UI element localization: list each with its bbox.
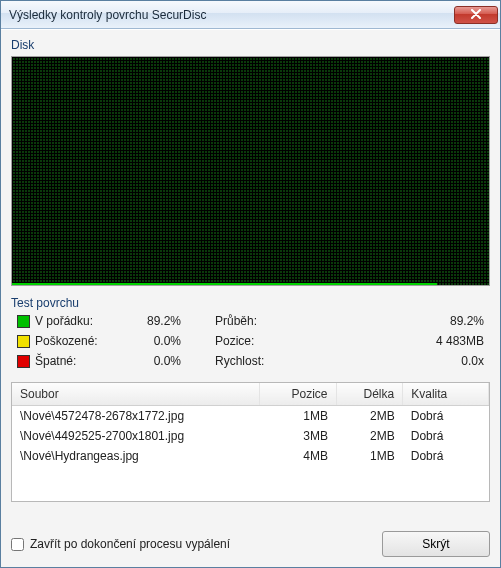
close-after-burn-label: Zavřít po dokončení procesu vypálení bbox=[30, 537, 230, 551]
disk-surface-map bbox=[11, 56, 490, 286]
table-row[interactable]: \Nové\4572478-2678x1772.jpg 1MB 2MB Dobr… bbox=[12, 406, 489, 427]
swatch-bad-icon bbox=[17, 355, 30, 368]
col-pos[interactable]: Pozice bbox=[260, 383, 336, 406]
ok-value: 89.2% bbox=[125, 314, 185, 328]
cell-pos: 1MB bbox=[260, 406, 336, 427]
table-row[interactable]: \Nové\Hydrangeas.jpg 4MB 1MB Dobrá bbox=[12, 446, 489, 466]
progress-value: 89.2% bbox=[295, 314, 490, 328]
surface-test-title: Test povrchu bbox=[11, 296, 490, 310]
footer: Zavřít po dokončení procesu vypálení Skr… bbox=[11, 521, 490, 557]
ok-label: V pořádku: bbox=[35, 314, 125, 328]
cell-len: 1MB bbox=[336, 446, 403, 466]
surface-grid bbox=[12, 57, 489, 285]
col-len[interactable]: Délka bbox=[336, 383, 403, 406]
table-header-row[interactable]: Soubor Pozice Délka Kvalita bbox=[12, 383, 489, 406]
close-icon bbox=[471, 8, 481, 22]
cell-file: \Nové\4572478-2678x1772.jpg bbox=[12, 406, 260, 427]
window-title: Výsledky kontroly povrchu SecurDisc bbox=[9, 8, 454, 22]
damaged-value: 0.0% bbox=[125, 334, 185, 348]
cell-file: \Nové\4492525-2700x1801.jpg bbox=[12, 426, 260, 446]
titlebar[interactable]: Výsledky kontroly povrchu SecurDisc bbox=[1, 1, 500, 29]
cell-len: 2MB bbox=[336, 426, 403, 446]
file-table-container: Soubor Pozice Délka Kvalita \Nové\457247… bbox=[11, 382, 490, 502]
cell-file: \Nové\Hydrangeas.jpg bbox=[12, 446, 260, 466]
close-after-burn-input[interactable] bbox=[11, 538, 24, 551]
damaged-label: Poškozené: bbox=[35, 334, 125, 348]
swatch-damaged-icon bbox=[17, 335, 30, 348]
dialog-window: Výsledky kontroly povrchu SecurDisc Disk… bbox=[0, 0, 501, 568]
speed-label: Rychlost: bbox=[215, 354, 295, 368]
cell-qual: Dobrá bbox=[403, 426, 489, 446]
bad-label: Špatné: bbox=[35, 354, 125, 368]
position-label: Pozice: bbox=[215, 334, 295, 348]
close-button[interactable] bbox=[454, 6, 498, 24]
cell-qual: Dobrá bbox=[403, 406, 489, 427]
col-qual[interactable]: Kvalita bbox=[403, 383, 489, 406]
bad-value: 0.0% bbox=[125, 354, 185, 368]
file-table: Soubor Pozice Délka Kvalita \Nové\457247… bbox=[12, 383, 489, 466]
dialog-body: Disk Test povrchu V pořádku: 89.2% Průbě… bbox=[1, 29, 500, 567]
disk-label: Disk bbox=[11, 38, 490, 52]
position-value: 4 483MB bbox=[295, 334, 490, 348]
cell-qual: Dobrá bbox=[403, 446, 489, 466]
close-after-burn-checkbox[interactable]: Zavřít po dokončení procesu vypálení bbox=[11, 537, 230, 551]
surface-test-section: Test povrchu V pořádku: 89.2% Průběh: 89… bbox=[11, 294, 490, 368]
cell-pos: 4MB bbox=[260, 446, 336, 466]
hide-button[interactable]: Skrýt bbox=[382, 531, 490, 557]
speed-value: 0.0x bbox=[295, 354, 490, 368]
progress-label: Průběh: bbox=[215, 314, 295, 328]
cell-pos: 3MB bbox=[260, 426, 336, 446]
table-row[interactable]: \Nové\4492525-2700x1801.jpg 3MB 2MB Dobr… bbox=[12, 426, 489, 446]
surface-progress-line bbox=[12, 283, 437, 285]
col-file[interactable]: Soubor bbox=[12, 383, 260, 406]
cell-len: 2MB bbox=[336, 406, 403, 427]
swatch-ok-icon bbox=[17, 315, 30, 328]
